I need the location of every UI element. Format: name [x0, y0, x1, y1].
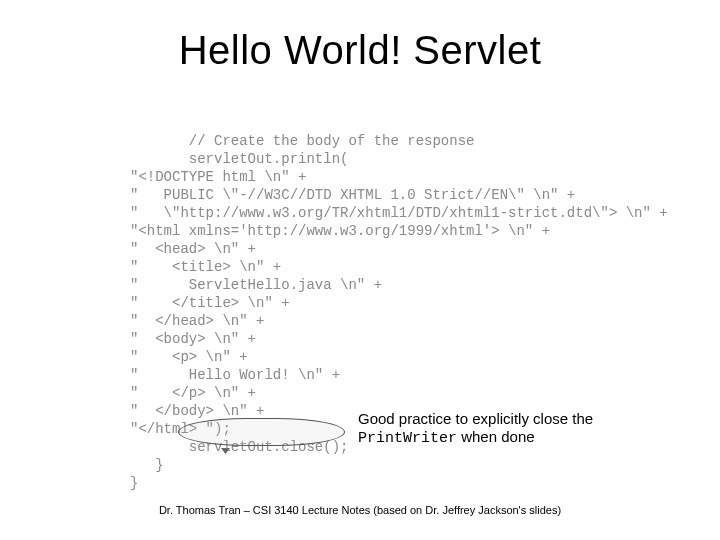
callout-suffix: when done: [457, 428, 535, 445]
callout-highlight-oval: [178, 418, 345, 446]
callout-tail-icon: ▾: [221, 443, 230, 457]
callout-prefix: Good practice to explicitly close the: [358, 410, 593, 427]
page-title: Hello World! Servlet: [0, 28, 720, 73]
callout-text: Good practice to explicitly close the Pr…: [358, 410, 638, 448]
slide: Hello World! Servlet // Create the body …: [0, 0, 720, 540]
callout-mono: PrintWriter: [358, 430, 457, 447]
slide-footer: Dr. Thomas Tran – CSI 3140 Lecture Notes…: [0, 504, 720, 516]
